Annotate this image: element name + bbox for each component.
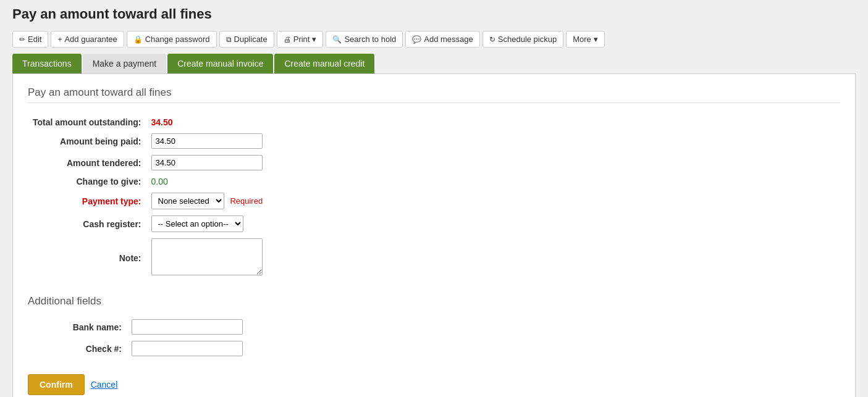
edit-icon: ✏ bbox=[19, 35, 25, 44]
cash-register-row: Cash register: -- Select an option-- bbox=[28, 212, 268, 235]
bank-name-row: Bank name: bbox=[28, 316, 248, 338]
total-amount-row: Total amount outstanding: 34.50 bbox=[28, 114, 268, 130]
cancel-button[interactable]: Cancel bbox=[91, 380, 118, 390]
schedule-pickup-button[interactable]: ↻ Schedule pickup bbox=[482, 31, 563, 48]
tab-create-manual-invoice[interactable]: Create manual invoice bbox=[167, 54, 273, 73]
toolbar: ✏ Edit + Add guarantee 🔒 Change password… bbox=[12, 31, 856, 48]
cash-register-label: Cash register: bbox=[28, 212, 146, 235]
payment-type-label: Payment type: bbox=[28, 190, 146, 212]
duplicate-icon: ⧉ bbox=[226, 35, 232, 44]
message-icon: 💬 bbox=[412, 35, 421, 44]
amount-paid-label: Amount being paid: bbox=[28, 130, 146, 152]
payment-type-select[interactable]: None selected Cash Check Credit card bbox=[151, 193, 224, 209]
page-title: Pay an amount toward all fines bbox=[12, 6, 856, 22]
note-label: Note: bbox=[28, 235, 146, 280]
add-guarantee-button[interactable]: + Add guarantee bbox=[51, 31, 124, 48]
tab-make-payment[interactable]: Make a payment bbox=[83, 54, 167, 73]
check-number-label: Check #: bbox=[28, 338, 127, 359]
main-content: Pay an amount toward all fines Total amo… bbox=[12, 73, 856, 397]
note-row: Note: bbox=[28, 235, 268, 280]
additional-fields-form: Bank name: Check #: bbox=[28, 316, 248, 359]
plus-icon: + bbox=[57, 35, 62, 44]
add-message-button[interactable]: 💬 Add message bbox=[405, 31, 480, 48]
note-textarea[interactable] bbox=[151, 238, 263, 275]
change-password-button[interactable]: 🔒 Change password bbox=[127, 31, 217, 48]
print-icon: 🖨 bbox=[284, 35, 291, 44]
tab-create-manual-credit[interactable]: Create manual credit bbox=[274, 54, 374, 73]
footer-buttons: Confirm Cancel bbox=[28, 374, 840, 395]
edit-button[interactable]: ✏ Edit bbox=[12, 31, 48, 48]
bank-name-input[interactable] bbox=[132, 319, 243, 335]
lock-icon: 🔒 bbox=[133, 35, 143, 44]
more-dropdown-arrow: ▾ bbox=[594, 35, 598, 44]
search-to-hold-button[interactable]: 🔍 Search to hold bbox=[326, 31, 403, 48]
more-button[interactable]: More ▾ bbox=[566, 31, 605, 48]
form-section-title: Pay an amount toward all fines bbox=[28, 86, 840, 103]
check-number-row: Check #: bbox=[28, 338, 248, 359]
duplicate-button[interactable]: ⧉ Duplicate bbox=[219, 31, 274, 48]
total-amount-value: 34.50 bbox=[151, 117, 173, 127]
tabs: Transactions Make a payment Create manua… bbox=[12, 54, 856, 73]
change-to-give-value: 0.00 bbox=[151, 177, 168, 186]
bank-name-label: Bank name: bbox=[28, 316, 127, 338]
amount-paid-row: Amount being paid: bbox=[28, 130, 268, 152]
cash-register-select[interactable]: -- Select an option-- bbox=[151, 215, 243, 232]
print-dropdown-arrow: ▾ bbox=[312, 35, 316, 44]
change-to-give-label: Change to give: bbox=[28, 173, 146, 190]
payment-form: Total amount outstanding: 34.50 Amount b… bbox=[28, 114, 268, 280]
amount-tendered-row: Amount tendered: bbox=[28, 152, 268, 173]
required-indicator: Required bbox=[230, 196, 263, 206]
additional-fields-title: Additional fields bbox=[28, 295, 840, 307]
amount-paid-input[interactable] bbox=[151, 133, 263, 149]
print-button[interactable]: 🖨 Print ▾ bbox=[277, 31, 324, 48]
amount-tendered-label: Amount tendered: bbox=[28, 152, 146, 173]
change-to-give-row: Change to give: 0.00 bbox=[28, 173, 268, 190]
check-number-input[interactable] bbox=[132, 341, 243, 356]
payment-type-row: Payment type: None selected Cash Check C… bbox=[28, 190, 268, 212]
amount-tendered-input[interactable] bbox=[151, 155, 263, 170]
search-icon: 🔍 bbox=[332, 35, 342, 44]
total-amount-label: Total amount outstanding: bbox=[28, 114, 146, 130]
confirm-button[interactable]: Confirm bbox=[28, 374, 85, 395]
tab-transactions[interactable]: Transactions bbox=[12, 54, 82, 73]
refresh-icon: ↻ bbox=[489, 35, 495, 44]
